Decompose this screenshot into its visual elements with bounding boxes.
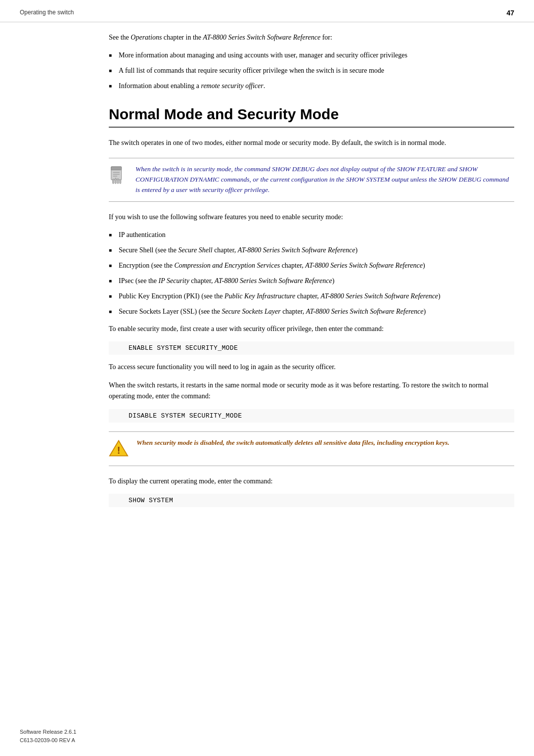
- remote-security-officer-italic: remote security officer: [201, 82, 263, 90]
- list-item: IP authentication: [109, 230, 514, 240]
- footer-line-2: C613-02039-00 REV A: [20, 736, 76, 745]
- hand-icon-svg: [109, 166, 127, 186]
- list-item: Public Key Encryption (PKI) (see the Pub…: [109, 291, 514, 301]
- see-text-2: chapter in the: [162, 34, 203, 41]
- feature-bullet-5: Public Key Encryption (PKI) (see the Pub…: [119, 291, 514, 301]
- section-heading: Normal Mode and Security Mode: [109, 106, 514, 128]
- header-page-number: 47: [506, 9, 514, 17]
- bullet-item-2: A full list of commands that require sec…: [119, 65, 514, 76]
- ssl-italic: Secure Sockets Layer: [222, 308, 280, 315]
- disable-command-block: DISABLE SYSTEM SECURITY_MODE: [109, 409, 514, 423]
- ipsec-ref-italic: AT-8800 Series Switch Software Reference: [215, 277, 332, 284]
- ssl-ref-italic: AT-8800 Series Switch Software Reference: [306, 308, 424, 315]
- feature-bullet-list: IP authentication Secure Shell (see the …: [109, 230, 514, 317]
- feature-bullet-6: Secure Sockets Layer (SSL) (see the Secu…: [119, 306, 514, 317]
- page-footer: Software Release 2.6.1 C613-02039-00 REV…: [20, 728, 76, 744]
- warning-triangle-svg: !: [109, 439, 129, 458]
- ip-security-italic: IP Security: [159, 277, 189, 284]
- ref-italic: AT-8800 Series Switch Software Reference: [203, 34, 321, 41]
- bullet-item-1: More information about managing and usin…: [119, 50, 514, 60]
- warning-icon: !: [109, 439, 129, 460]
- enable-para-1: To enable security mode, first create a …: [109, 324, 514, 334]
- bullet-item-3: Information about enabling a remote secu…: [119, 81, 514, 91]
- enable-para-3: When the switch restarts, it restarts in…: [109, 380, 514, 402]
- page-header: Operating the switch 47: [0, 0, 534, 22]
- operations-italic: Operations: [131, 34, 162, 41]
- list-item: Information about enabling a remote secu…: [109, 81, 514, 91]
- note-icon: [109, 165, 128, 186]
- svg-rect-2: [113, 179, 114, 184]
- list-item: A full list of commands that require sec…: [109, 65, 514, 76]
- svg-text:!: !: [117, 444, 121, 455]
- section-intro-text: The switch operates in one of two modes,…: [109, 138, 514, 148]
- feature-bullet-3: Encryption (see the Compression and Encr…: [119, 260, 514, 271]
- warning-text: When security mode is disabled, the swit…: [136, 438, 449, 448]
- enable-para-2: To access secure functionality you will …: [109, 362, 514, 373]
- secure-shell-italic: Secure Shell: [178, 246, 213, 254]
- see-text-1: See the: [109, 34, 131, 41]
- enable-command-block: ENABLE SYSTEM SECURITY_MODE: [109, 341, 514, 355]
- feature-bullet-4: IPsec (see the IP Security chapter, AT-8…: [119, 276, 514, 286]
- show-command-block: SHOW SYSTEM: [109, 494, 514, 507]
- feature-bullet-1: IP authentication: [119, 230, 514, 240]
- pki-italic: Public Key Infrastructure: [224, 292, 295, 300]
- svg-rect-3: [115, 178, 116, 184]
- list-item: More information about managing and usin…: [109, 50, 514, 60]
- list-item: Secure Sockets Layer (SSL) (see the Secu…: [109, 306, 514, 317]
- list-item: Secure Shell (see the Secure Shell chapt…: [109, 245, 514, 255]
- pki-ref-italic: AT-8800 Series Switch Software Reference: [320, 292, 438, 300]
- list-item: IPsec (see the IP Security chapter, AT-8…: [109, 276, 514, 286]
- intro-paragraph: See the Operations chapter in the AT-880…: [109, 32, 514, 43]
- page-container: Operating the switch 47 See the Operatio…: [0, 0, 534, 756]
- secure-shell-ref-italic: AT-8800 Series Switch Software Reference: [238, 246, 356, 254]
- display-para: To display the current operating mode, e…: [109, 476, 514, 487]
- warning-box: ! When security mode is disabled, the sw…: [109, 431, 514, 466]
- compression-italic: Compression and Encryption Services: [174, 262, 280, 269]
- svg-rect-1: [111, 167, 122, 170]
- encryption-ref-italic: AT-8800 Series Switch Software Reference: [305, 262, 423, 269]
- note-text: When the switch is in security mode, the…: [135, 164, 514, 195]
- header-chapter-label: Operating the switch: [20, 9, 74, 16]
- intro-bullet-list: More information about managing and usin…: [109, 50, 514, 91]
- svg-rect-5: [120, 179, 121, 184]
- feature-bullet-2: Secure Shell (see the Secure Shell chapt…: [119, 245, 514, 255]
- main-content: See the Operations chapter in the AT-880…: [0, 22, 534, 534]
- note-box: When the switch is in security mode, the…: [109, 158, 514, 202]
- see-text-3: for:: [320, 34, 332, 41]
- svg-rect-4: [117, 178, 119, 183]
- list-item: Encryption (see the Compression and Encr…: [109, 260, 514, 271]
- enable-intro-text: If you wish to use the following softwar…: [109, 212, 514, 223]
- footer-line-1: Software Release 2.6.1: [20, 728, 76, 736]
